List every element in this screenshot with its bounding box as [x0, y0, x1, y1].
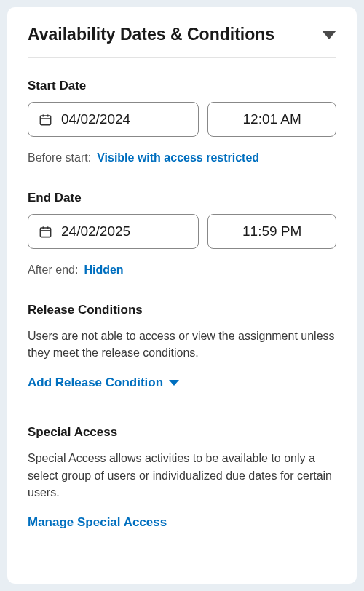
before-start-prefix: Before start: — [28, 151, 91, 164]
special-access-description: Special Access allows activities to be a… — [28, 450, 336, 501]
panel-header: Availability Dates & Conditions — [28, 25, 336, 58]
start-date-label: Start Date — [28, 79, 336, 93]
special-access-heading: Special Access — [28, 425, 336, 440]
chevron-down-icon — [169, 380, 179, 386]
after-end-link[interactable]: Hidden — [84, 263, 123, 277]
release-conditions-heading: Release Conditions — [28, 303, 336, 317]
svg-rect-4 — [40, 227, 50, 237]
add-release-condition-button[interactable]: Add Release Condition — [28, 376, 179, 390]
end-time-input[interactable]: 11:59 PM — [207, 214, 336, 249]
end-date-section: End Date 24/02/2025 11:59 PM After end: — [28, 191, 336, 277]
svg-rect-0 — [40, 115, 50, 124]
start-date-value: 04/02/2024 — [61, 111, 130, 127]
start-date-section: Start Date 04/02/2024 12:01 AM Before st… — [28, 79, 336, 164]
start-date-row: 04/02/2024 12:01 AM — [28, 102, 336, 137]
start-time-value: 12:01 AM — [243, 111, 301, 127]
after-end-prefix: After end: — [28, 263, 78, 277]
after-end-row: After end: Hidden — [28, 263, 336, 277]
collapse-toggle-icon[interactable] — [322, 31, 336, 39]
end-time-value: 11:59 PM — [242, 223, 301, 239]
before-start-row: Before start: Visible with access restri… — [28, 151, 336, 164]
manage-special-access-button[interactable]: Manage Special Access — [28, 515, 336, 530]
release-conditions-section: Release Conditions Users are not able to… — [28, 303, 336, 419]
end-date-input[interactable]: 24/02/2025 — [28, 214, 199, 249]
start-time-input[interactable]: 12:01 AM — [207, 102, 336, 137]
start-date-input[interactable]: 04/02/2024 — [28, 102, 199, 137]
end-date-row: 24/02/2025 11:59 PM — [28, 214, 336, 249]
add-release-condition-label: Add Release Condition — [28, 376, 163, 390]
calendar-icon — [39, 225, 52, 239]
end-date-label: End Date — [28, 191, 336, 205]
end-date-value: 24/02/2025 — [61, 223, 130, 239]
before-start-link[interactable]: Visible with access restricted — [97, 151, 259, 164]
calendar-icon — [39, 113, 52, 127]
panel-title: Availability Dates & Conditions — [28, 25, 274, 44]
special-access-section: Special Access Special Access allows act… — [28, 425, 336, 530]
release-conditions-description: Users are not able to access or view the… — [28, 328, 336, 361]
availability-panel: Availability Dates & Conditions Start Da… — [7, 7, 357, 584]
